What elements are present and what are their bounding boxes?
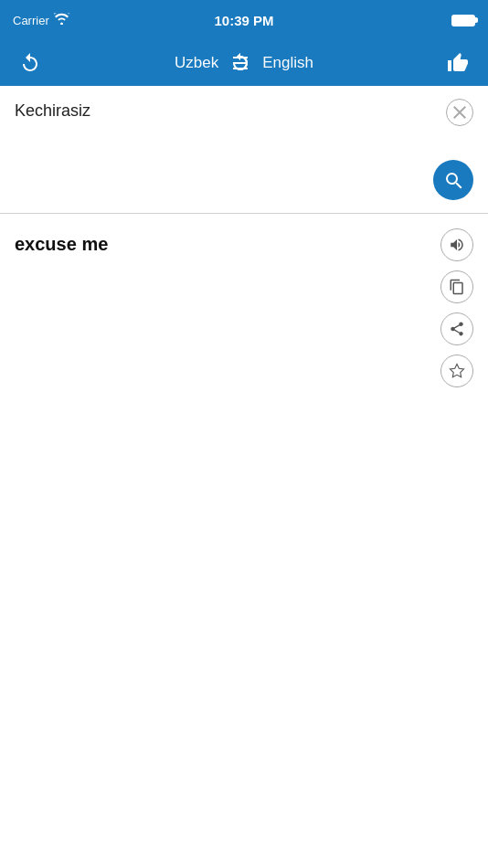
speaker-button[interactable] — [440, 228, 473, 261]
action-buttons — [440, 228, 473, 387]
status-right — [451, 15, 475, 26]
output-section: excuse me — [0, 214, 488, 397]
carrier-label: Carrier — [13, 14, 49, 27]
share-button[interactable] — [440, 312, 473, 345]
swap-languages-button[interactable] — [229, 52, 251, 74]
thumbs-up-button[interactable] — [442, 48, 473, 79]
input-section: Kechirasiz — [0, 86, 488, 214]
nav-bar: Uzbek English — [0, 40, 488, 86]
favorite-button[interactable] — [440, 355, 473, 387]
target-language[interactable]: English — [262, 54, 313, 72]
battery-icon — [451, 15, 475, 26]
search-button[interactable] — [433, 160, 473, 200]
copy-button[interactable] — [440, 270, 473, 303]
status-bar: Carrier 10:39 PM — [0, 0, 488, 40]
wifi-icon — [54, 13, 69, 27]
source-text[interactable]: Kechirasiz — [15, 99, 473, 153]
history-button[interactable] — [15, 48, 46, 79]
translated-text: excuse me — [15, 230, 473, 258]
status-left: Carrier — [13, 13, 69, 27]
language-selector: Uzbek English — [175, 52, 313, 74]
source-language[interactable]: Uzbek — [175, 54, 218, 72]
clear-button[interactable] — [446, 99, 473, 126]
status-time: 10:39 PM — [214, 13, 273, 28]
